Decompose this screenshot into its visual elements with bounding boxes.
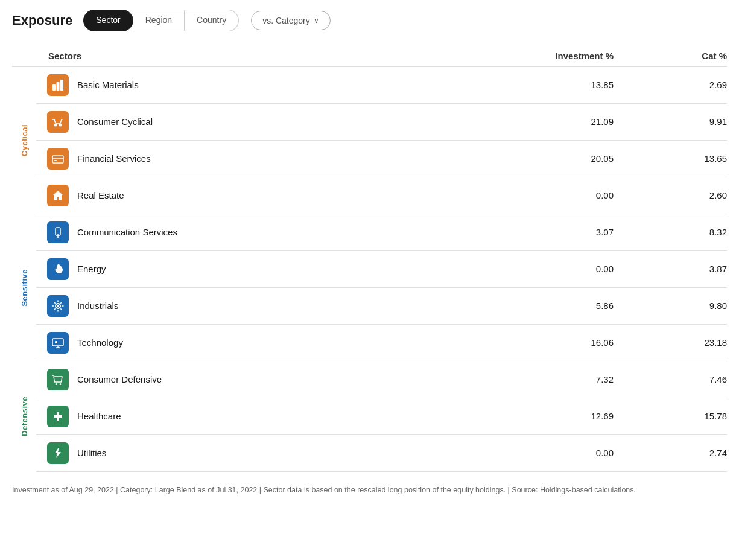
healthcare-investment: 12.69 bbox=[486, 411, 618, 421]
real-estate-cat: 2.60 bbox=[618, 190, 727, 200]
technology-icon bbox=[47, 332, 69, 354]
energy-name: Energy bbox=[77, 264, 486, 274]
technology-investment: 16.06 bbox=[486, 337, 618, 348]
table-row: Healthcare 12.69 15.78 bbox=[36, 398, 727, 435]
page-header: Exposure Sector Region Country vs. Categ… bbox=[12, 10, 727, 31]
utilities-cat: 2.74 bbox=[618, 448, 727, 458]
tab-region[interactable]: Region bbox=[133, 10, 185, 31]
healthcare-name: Healthcare bbox=[77, 411, 486, 421]
technology-name: Technology bbox=[77, 337, 486, 348]
tab-group: Sector Region Country bbox=[83, 10, 239, 31]
table-row: Utilities 0.00 2.74 bbox=[36, 435, 727, 472]
consumer-defensive-icon bbox=[47, 369, 69, 390]
vs-category-label: vs. Category bbox=[262, 16, 310, 25]
consumer-cyclical-investment: 21.09 bbox=[486, 116, 618, 127]
svg-point-4 bbox=[59, 123, 62, 126]
table-row: Consumer Defensive 7.32 7.46 bbox=[36, 361, 727, 398]
svg-rect-2 bbox=[60, 80, 63, 91]
section-cyclical: Cyclical Basic Materials 13.85 2.69 Cons… bbox=[12, 67, 727, 214]
table-row: Energy 0.00 3.87 bbox=[36, 251, 727, 288]
section-sensitive: Sensitive Communication Services 3.07 8.… bbox=[12, 214, 727, 361]
consumer-defensive-name: Consumer Defensive bbox=[77, 374, 486, 384]
consumer-cyclical-icon bbox=[47, 111, 69, 133]
defensive-rows: Consumer Defensive 7.32 7.46 Healthcare … bbox=[36, 361, 727, 472]
financial-services-name: Financial Services bbox=[77, 153, 486, 164]
svg-rect-16 bbox=[55, 341, 57, 343]
energy-icon bbox=[47, 258, 69, 280]
consumer-cyclical-cat: 9.91 bbox=[618, 116, 727, 127]
table-row: Consumer Cyclical 21.09 9.91 bbox=[36, 104, 727, 141]
real-estate-investment: 0.00 bbox=[486, 190, 618, 200]
industrials-icon bbox=[47, 295, 69, 317]
section-label-sensitive: Sensitive bbox=[20, 269, 29, 307]
financial-services-cat: 13.65 bbox=[618, 153, 727, 164]
sectors-table: Sectors Investment % Cat % Cyclical Basi… bbox=[12, 46, 727, 472]
tab-sector[interactable]: Sector bbox=[83, 10, 133, 31]
section-label-cyclical: Cyclical bbox=[20, 124, 29, 156]
col-header-cat: Cat % bbox=[618, 51, 727, 61]
table-header: Sectors Investment % Cat % bbox=[12, 46, 727, 67]
consumer-defensive-cat: 7.46 bbox=[618, 374, 727, 384]
consumer-cyclical-name: Consumer Cyclical bbox=[77, 116, 486, 127]
utilities-name: Utilities bbox=[77, 448, 486, 458]
svg-rect-1 bbox=[57, 82, 60, 91]
consumer-defensive-investment: 7.32 bbox=[486, 374, 618, 384]
basic-materials-name: Basic Materials bbox=[77, 80, 486, 90]
table-row: Technology 16.06 23.18 bbox=[36, 325, 727, 361]
table-row: Real Estate 0.00 2.60 bbox=[36, 177, 727, 214]
industrials-name: Industrials bbox=[77, 301, 486, 311]
section-defensive: Defensive Consumer Defensive 7.32 7.46 H… bbox=[12, 361, 727, 472]
comm-services-name: Communication Services bbox=[77, 227, 486, 237]
table-row: Industrials 5.86 9.80 bbox=[36, 288, 727, 325]
section-label-defensive: Defensive bbox=[20, 396, 29, 436]
table-row: Basic Materials 13.85 2.69 bbox=[36, 67, 727, 104]
svg-rect-13 bbox=[52, 339, 63, 346]
basic-materials-cat: 2.69 bbox=[618, 80, 727, 90]
table-row: Financial Services 20.05 13.65 bbox=[36, 141, 727, 177]
utilities-investment: 0.00 bbox=[486, 448, 618, 458]
healthcare-icon bbox=[47, 406, 69, 427]
svg-rect-6 bbox=[54, 160, 57, 161]
basic-materials-icon bbox=[47, 74, 69, 96]
footer-note: Investment as of Aug 29, 2022 | Category… bbox=[12, 484, 727, 496]
vs-category-button[interactable]: vs. Category ∨ bbox=[251, 11, 331, 30]
page-title: Exposure bbox=[12, 13, 72, 28]
section-label-sensitive-col: Sensitive bbox=[12, 214, 36, 361]
technology-cat: 23.18 bbox=[618, 337, 727, 348]
col-header-sectors: Sectors bbox=[48, 51, 486, 61]
svg-point-3 bbox=[54, 123, 57, 126]
tab-country[interactable]: Country bbox=[185, 10, 239, 31]
svg-point-8 bbox=[57, 234, 59, 235]
comm-services-investment: 3.07 bbox=[486, 227, 618, 237]
healthcare-cat: 15.78 bbox=[618, 411, 727, 421]
real-estate-icon bbox=[47, 185, 69, 206]
basic-materials-investment: 13.85 bbox=[486, 80, 618, 90]
cyclical-rows: Basic Materials 13.85 2.69 Consumer Cycl… bbox=[36, 67, 727, 214]
section-label-defensive-col: Defensive bbox=[12, 361, 36, 472]
energy-cat: 3.87 bbox=[618, 264, 727, 274]
table-row: Communication Services 3.07 8.32 bbox=[36, 214, 727, 251]
svg-rect-0 bbox=[52, 84, 56, 91]
financial-services-investment: 20.05 bbox=[486, 153, 618, 164]
utilities-icon bbox=[47, 442, 69, 464]
industrials-investment: 5.86 bbox=[486, 301, 618, 311]
col-header-investment: Investment % bbox=[486, 51, 618, 61]
sensitive-rows: Communication Services 3.07 8.32 Energy … bbox=[36, 214, 727, 361]
chevron-down-icon: ∨ bbox=[314, 16, 319, 25]
real-estate-name: Real Estate bbox=[77, 190, 486, 200]
svg-point-12 bbox=[57, 305, 59, 307]
industrials-cat: 9.80 bbox=[618, 301, 727, 311]
financial-services-icon bbox=[47, 148, 69, 170]
section-label-cyclical-col: Cyclical bbox=[12, 67, 36, 214]
comm-services-cat: 8.32 bbox=[618, 227, 727, 237]
comm-services-icon bbox=[47, 221, 69, 243]
svg-point-17 bbox=[56, 383, 57, 385]
svg-rect-5 bbox=[52, 156, 63, 163]
svg-point-18 bbox=[60, 383, 62, 385]
energy-investment: 0.00 bbox=[486, 264, 618, 274]
